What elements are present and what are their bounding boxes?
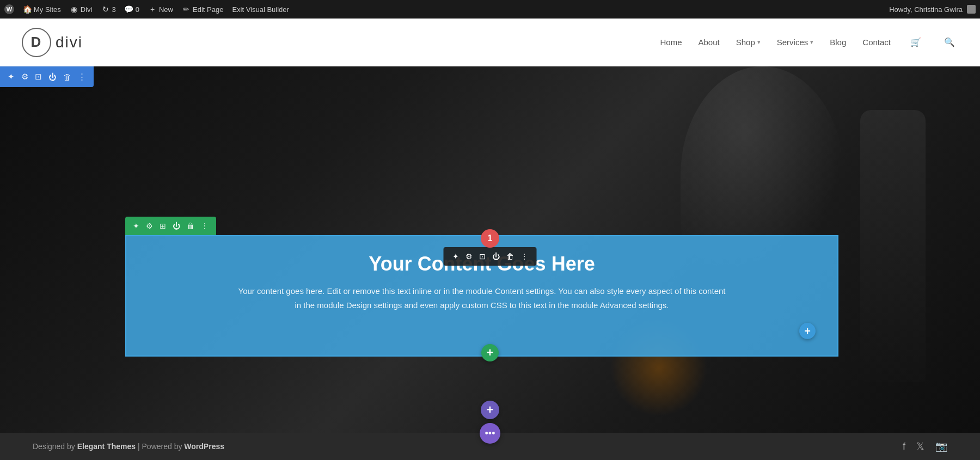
footer-wordpress: WordPress: [184, 442, 224, 451]
nav-blog[interactable]: Blog: [830, 38, 846, 47]
new-label: New: [159, 5, 173, 14]
cart-icon: 🛒: [910, 37, 921, 47]
nav-services[interactable]: Services ▾: [777, 38, 814, 47]
section-toolbar[interactable]: ✦ ⚙ ⊡ ⏻ 🗑 ⋮: [0, 66, 94, 87]
add-row-button[interactable]: +: [481, 344, 499, 361]
row-structure-icon[interactable]: ⊞: [157, 220, 168, 231]
nav-home[interactable]: Home: [660, 38, 682, 47]
logo-letter: D: [31, 34, 42, 51]
cart-button[interactable]: 🛒: [907, 34, 924, 51]
nav-about[interactable]: About: [698, 38, 719, 47]
nav-shop[interactable]: Shop ▾: [736, 38, 761, 47]
admin-bar: W 🏠 My Sites ◉ Divi ↻ 3 💬 0 + New ✏ Edit…: [0, 0, 980, 19]
search-button[interactable]: 🔍: [941, 34, 958, 51]
add-module-button[interactable]: +: [799, 323, 816, 339]
comments-item[interactable]: 💬 0: [125, 5, 139, 14]
row-disable-icon[interactable]: ⏻: [170, 220, 182, 231]
module-delete-icon[interactable]: 🗑: [504, 251, 516, 262]
badge-number: 1: [488, 234, 493, 243]
user-avatar: [967, 5, 976, 14]
main-nav: Home About Shop ▾ Services ▾ Blog Contac…: [660, 34, 958, 51]
module-settings-icon[interactable]: ⚙: [463, 251, 475, 262]
more-options-button[interactable]: •••: [480, 423, 500, 444]
search-icon: 🔍: [944, 37, 955, 47]
edit-page-item[interactable]: ✏ Edit Page: [182, 5, 223, 14]
logo-name: divi: [56, 34, 83, 51]
nav-services-label: Services: [777, 38, 808, 47]
row-more-icon[interactable]: ⋮: [199, 220, 211, 231]
main-content: ✦ ⚙ ⊞ ⏻ 🗑 ⋮ 1 ✦ ⚙ ⊡ ⏻ 🗑 ⋮ Your Content G…: [0, 66, 980, 460]
chevron-down-icon: ▾: [757, 39, 761, 46]
howdy-label: Howdy, Christina Gwira: [889, 5, 963, 14]
step-badge: 1: [481, 229, 499, 248]
chevron-down-icon: ▾: [810, 39, 813, 46]
updates-icon: ↻: [101, 5, 110, 14]
wp-logo: W: [4, 4, 14, 14]
updates-item[interactable]: ↻ 3: [101, 5, 116, 14]
updates-count: 3: [112, 5, 116, 14]
footer-pipe: | Powered by: [138, 442, 184, 451]
module-toolbar[interactable]: ✦ ⚙ ⊡ ⏻ 🗑 ⋮: [444, 247, 537, 266]
nav-blog-label: Blog: [830, 38, 846, 47]
house-icon: 🏠: [23, 5, 32, 14]
exit-visual-builder-label: Exit Visual Builder: [232, 5, 289, 14]
nav-contact-label: Contact: [862, 38, 891, 47]
my-sites-label: My Sites: [34, 5, 61, 14]
new-item[interactable]: + New: [148, 5, 173, 14]
twitter-icon[interactable]: 𝕏: [916, 440, 924, 452]
site-logo[interactable]: D divi: [22, 28, 83, 57]
wp-logo-item[interactable]: W: [4, 4, 14, 14]
module-clone-icon[interactable]: ⊡: [477, 251, 488, 262]
divi-icon: ◉: [70, 5, 78, 14]
admin-bar-right: Howdy, Christina Gwira: [889, 5, 976, 14]
nav-contact[interactable]: Contact: [862, 38, 891, 47]
instagram-icon[interactable]: 📷: [935, 440, 947, 452]
facebook-icon[interactable]: f: [903, 441, 905, 452]
footer-credit: Designed by Elegant Themes | Powered by …: [33, 442, 224, 451]
add-section-button[interactable]: +: [481, 401, 499, 419]
row-delete-icon[interactable]: 🗑: [185, 220, 197, 231]
section-more-icon[interactable]: ⋮: [76, 71, 88, 83]
my-sites-item[interactable]: 🏠 My Sites: [23, 5, 61, 14]
nav-about-label: About: [698, 38, 719, 47]
section-delete-icon[interactable]: 🗑: [61, 71, 74, 83]
footer-social: f 𝕏 📷: [903, 440, 947, 452]
module-disable-icon[interactable]: ⏻: [490, 251, 502, 262]
footer-designed-by: Designed by: [33, 442, 75, 451]
nav-home-label: Home: [660, 38, 682, 47]
row-move-icon[interactable]: ✦: [131, 220, 142, 231]
comments-icon: 💬: [125, 5, 133, 14]
section-disable-icon[interactable]: ⏻: [46, 71, 59, 83]
module-move-icon[interactable]: ✦: [450, 251, 461, 262]
plus-icon: +: [148, 5, 157, 14]
section-clone-icon[interactable]: ⊡: [33, 71, 44, 83]
section-settings-icon[interactable]: ⚙: [19, 71, 30, 83]
section-move-icon[interactable]: ✦: [5, 71, 17, 83]
edit-icon: ✏: [182, 5, 191, 14]
row-settings-icon[interactable]: ⚙: [144, 220, 155, 231]
edit-page-label: Edit Page: [193, 5, 223, 14]
module-body[interactable]: Your content goes here. Edit or remove t…: [237, 284, 727, 312]
nav-shop-label: Shop: [736, 38, 755, 47]
module-more-icon[interactable]: ⋮: [518, 251, 530, 262]
exit-visual-builder-item[interactable]: Exit Visual Builder: [232, 5, 289, 14]
site-header: D divi Home About Shop ▾ Services ▾ Blog…: [0, 19, 980, 66]
bottle-decoration: [860, 110, 926, 382]
divi-item[interactable]: ◉ Divi: [70, 5, 93, 14]
divi-label: Divi: [81, 5, 93, 14]
comments-count: 0: [136, 5, 139, 14]
footer-elegant-themes: Elegant Themes: [77, 442, 136, 451]
row-toolbar[interactable]: ✦ ⚙ ⊞ ⏻ 🗑 ⋮: [125, 217, 216, 235]
logo-circle: D: [22, 28, 51, 57]
